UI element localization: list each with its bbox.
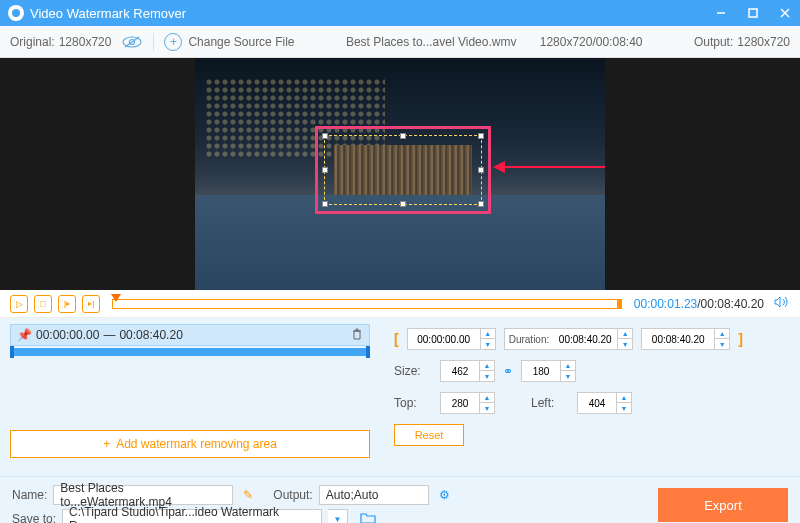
current-time: 00:00:01.23 [634,297,697,311]
set-start-button[interactable]: [▸ [58,295,76,313]
playhead-icon[interactable] [111,294,121,302]
segment-item[interactable]: 📌 00:00:00.00 — 00:08:40.20 [10,324,370,346]
segment-end: 00:08:40.20 [119,328,182,342]
width-input[interactable]: ▲▼ [440,360,495,382]
name-label: Name: [12,488,47,502]
current-filename: Best Places to...avel Video.wmv [346,35,517,49]
svg-line-7 [125,37,139,47]
maximize-button[interactable] [746,6,760,20]
range-end-bracket-icon[interactable]: ] [738,331,743,347]
add-area-label: Add watermark removing area [116,437,277,451]
pin-icon: 📌 [17,328,32,342]
add-watermark-area-button[interactable]: + Add watermark removing area [10,430,370,458]
output-settings-icon[interactable]: ⚙ [439,488,450,502]
play-button[interactable]: ▷ [10,295,28,313]
segment-start: 00:00:00.00 [36,328,99,342]
output-label: Output: [694,35,733,49]
video-frame [195,58,605,290]
playback-controls: ▷ □ [▸ ▸] 00:00:01.23/00:08:40.20 [0,290,800,318]
size-label: Size: [394,364,432,378]
link-aspect-icon[interactable]: ⚭ [503,364,513,378]
annotation-arrow [495,166,605,168]
range-end-input[interactable]: ▲▼ [641,328,730,350]
app-title: Video Watermark Remover [30,6,714,21]
watermark-selection-box[interactable] [315,126,491,214]
minimize-button[interactable] [714,6,728,20]
left-input[interactable]: ▲▼ [577,392,632,414]
range-start-input[interactable]: ▲▼ [407,328,496,350]
bottom-bar: Name: Best Places to...eWatermark.mp4 ✎ … [0,476,800,523]
app-logo-icon [8,5,24,21]
edit-name-icon[interactable]: ✎ [243,488,253,502]
output-name-field[interactable]: Best Places to...eWatermark.mp4 [53,485,233,505]
annotation-arrow-head [493,161,505,173]
file-res-duration: 1280x720/00:08:40 [540,35,643,49]
left-label: Left: [531,396,569,410]
output-format-field[interactable]: Auto;Auto [319,485,429,505]
change-source-button[interactable]: + Change Source File [164,33,294,51]
change-source-label: Change Source File [188,35,294,49]
svg-rect-2 [749,9,757,17]
plus-icon: + [164,33,182,51]
export-button[interactable]: Export [658,488,788,522]
close-button[interactable] [778,6,792,20]
saveto-label: Save to: [12,512,56,523]
set-end-button[interactable]: ▸] [82,295,100,313]
original-label: Original: [10,35,55,49]
open-folder-icon[interactable] [360,512,376,524]
segments-panel: 📌 00:00:00.00 — 00:08:40.20 + Add waterm… [0,318,380,476]
original-resolution: 1280x720 [59,35,112,49]
output-resolution: 1280x720 [737,35,790,49]
top-label: Top: [394,396,432,410]
volume-icon[interactable] [774,295,790,312]
toolbar: Original: 1280x720 + Change Source File … [0,26,800,58]
segment-separator: — [103,328,115,342]
output-format-label: Output: [273,488,312,502]
segment-track[interactable] [10,348,370,356]
plus-icon: + [103,437,110,451]
total-time: 00:08:40.20 [701,297,764,311]
range-start-bracket-icon[interactable]: [ [394,331,399,347]
properties-panel: [ ▲▼ Duration:▲▼ ▲▼ ] Size: ▲▼ ⚭ ▲▼ Top:… [380,318,800,476]
height-input[interactable]: ▲▼ [521,360,576,382]
preview-toggle-icon[interactable] [121,35,143,49]
titlebar: Video Watermark Remover [0,0,800,26]
stop-button[interactable]: □ [34,295,52,313]
timeline-slider[interactable] [112,299,622,309]
video-preview[interactable] [0,58,800,290]
duration-input[interactable]: Duration:▲▼ [504,328,634,350]
saveto-dropdown-icon[interactable]: ▼ [328,509,348,523]
delete-segment-icon[interactable] [351,328,363,343]
reset-button[interactable]: Reset [394,424,464,446]
svg-point-0 [12,9,20,17]
top-input[interactable]: ▲▼ [440,392,495,414]
saveto-field[interactable]: C:\Tipard Studio\Tipar...ideo Watermark … [62,509,322,523]
duration-label: Duration: [505,334,554,345]
